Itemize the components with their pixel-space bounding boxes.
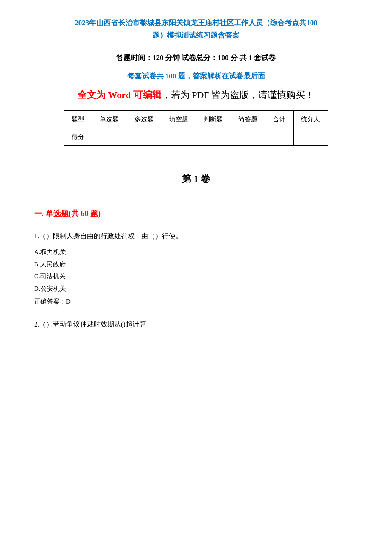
table-score-short <box>231 128 265 146</box>
score-table: 题型 单选题 多选题 填空题 判断题 简答题 合计 统分人 得分 <box>64 110 328 146</box>
table-header-type: 题型 <box>64 111 92 128</box>
section1-title: 一. 单选题(共 60 题) <box>34 208 358 220</box>
question-2: 2.（）劳动争议仲裁时效期从()起计算。 <box>34 318 358 330</box>
table-header-scorer: 统分人 <box>293 111 328 128</box>
highlight-line: 每套试卷共 100 题，答案解析在试卷最后面 <box>34 70 358 82</box>
table-header-short: 简答题 <box>231 111 265 128</box>
question-2-text: 2.（）劳动争议仲裁时效期从()起计算。 <box>34 318 358 330</box>
table-score-multi <box>127 128 161 146</box>
page-title: 2023年山西省长治市黎城县东阳关镇龙王庙村社区工作人员（综合考点共100 题）… <box>34 17 358 42</box>
option-1c: C.司法机关 <box>34 270 358 283</box>
table-header-total: 合计 <box>265 111 293 128</box>
volume-title: 第 1 卷 <box>34 171 358 186</box>
exam-info: 答题时间：120 分钟 试卷总分：100 分 共 1 套试卷 <box>34 52 358 64</box>
table-score-single <box>92 128 127 146</box>
table-score-scorer <box>293 128 328 146</box>
table-header-single: 单选题 <box>92 111 127 128</box>
table-header-judge: 判断题 <box>196 111 231 128</box>
table-score-fill <box>161 128 196 146</box>
question-1-text: 1.（）限制人身自由的行政处罚权，由（）行使。 <box>34 230 358 242</box>
table-score-label: 得分 <box>64 128 92 146</box>
option-1a: A.权力机关 <box>34 246 358 258</box>
option-1b: B.人民政府 <box>34 258 358 271</box>
question-1-options: A.权力机关 B.人民政府 C.司法机关 D.公安机关 <box>34 246 358 295</box>
question-1: 1.（）限制人身自由的行政处罚权，由（）行使。 A.权力机关 B.人民政府 C.… <box>34 230 358 306</box>
table-header-multi: 多选题 <box>127 111 161 128</box>
table-score-total <box>265 128 293 146</box>
option-1d: D.公安机关 <box>34 283 358 295</box>
table-score-judge <box>196 128 231 146</box>
word-editable-line: 全文为 Word 可编辑，若为 PDF 皆为盗版，请谨慎购买！ <box>34 88 358 102</box>
question-1-answer: 正确答案：D <box>34 296 358 306</box>
table-header-fill: 填空题 <box>161 111 196 128</box>
